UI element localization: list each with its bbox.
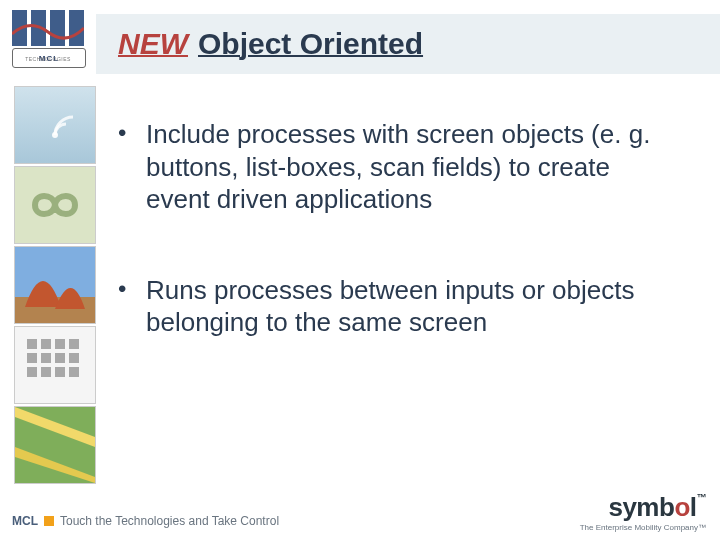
wifi-icon <box>29 101 81 149</box>
bullet-dot-icon: • <box>118 274 146 339</box>
bullet-text: Runs processes between inputs or objects… <box>146 274 678 339</box>
title-bar: NEW Object Oriented <box>96 14 720 74</box>
deco-tile-grid <box>14 326 96 404</box>
mcl-logo: MCL TECHNOLOGIES <box>12 10 84 68</box>
svg-rect-1 <box>15 247 95 297</box>
wave-icon <box>12 20 84 42</box>
footer-tagline: Touch the Technologies and Take Control <box>60 514 279 528</box>
bullet-item: • Runs processes between inputs or objec… <box>118 274 678 339</box>
symbol-wordmark: symbol™ <box>580 492 706 523</box>
grid-icon <box>27 339 79 377</box>
deco-tile-infinity <box>14 166 96 244</box>
footer-mcl: MCL <box>12 514 38 528</box>
infinity-icon <box>23 175 87 235</box>
footer-square-icon <box>44 516 54 526</box>
svg-point-0 <box>52 132 58 138</box>
deco-tile-fields <box>14 406 96 484</box>
deco-tile-wifi <box>14 86 96 164</box>
title-rest: Object Oriented <box>198 27 423 61</box>
symbol-logo: symbol™ The Enterprise Mobility Company™ <box>580 492 706 532</box>
bullet-dot-icon: • <box>118 118 146 216</box>
footer-left: MCL Touch the Technologies and Take Cont… <box>12 514 279 528</box>
deco-tile-arch <box>14 246 96 324</box>
slide-body: • Include processes with screen objects … <box>118 118 678 397</box>
bullet-text: Include processes with screen objects (e… <box>146 118 678 216</box>
logo-subtext: TECHNOLOGIES <box>12 56 84 62</box>
bullet-item: • Include processes with screen objects … <box>118 118 678 216</box>
title-new-word: NEW <box>118 27 188 61</box>
symbol-tagline: The Enterprise Mobility Company™ <box>580 523 706 532</box>
